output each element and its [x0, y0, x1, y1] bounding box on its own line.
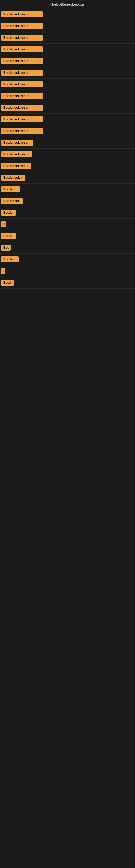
bottleneck-result-badge[interactable]: Bottleneck resu — [1, 163, 31, 169]
list-item: B — [0, 219, 135, 230]
list-item: Bottleneck — [0, 195, 135, 207]
bottleneck-result-badge[interactable]: Bottl — [1, 280, 14, 286]
list-item: Bottleneck result — [0, 55, 135, 67]
list-item: Bottleneck result — [0, 114, 135, 125]
site-title: TheBottlenecker.com — [0, 0, 135, 9]
bottleneck-result-badge[interactable]: Bottleneck resu — [1, 140, 34, 146]
list-item: Bot — [0, 242, 135, 254]
list-item: Bottleneck result — [0, 90, 135, 102]
bottleneck-result-badge[interactable]: Bottleneck result — [1, 82, 43, 87]
bottleneck-result-badge[interactable]: Bottleneck result — [1, 93, 43, 99]
bottleneck-result-badge[interactable]: Bottle — [1, 210, 16, 216]
bottleneck-result-badge[interactable]: Bot — [1, 245, 10, 251]
bottleneck-result-badge[interactable]: Bottleneck r — [1, 175, 26, 181]
list-item: Bottleneck result — [0, 125, 135, 137]
bottleneck-result-badge[interactable]: Bottleneck result — [1, 11, 43, 18]
list-item: Bottleneck resu — [0, 149, 135, 160]
bottleneck-result-badge[interactable]: Bottleneck result — [1, 35, 43, 41]
bottleneck-result-badge[interactable]: B — [1, 221, 6, 227]
list-item: Bottleneck result — [0, 32, 135, 44]
list-item: Bottleneck result — [0, 67, 135, 79]
list-item: Bottleneck r — [0, 172, 135, 184]
list-item: Bottleneck resu — [0, 137, 135, 149]
bottleneck-result-badge[interactable]: B — [1, 268, 5, 274]
bottleneck-result-badge[interactable]: Bottleneck result — [1, 46, 43, 52]
list-item: Bottleneck result — [0, 79, 135, 90]
list-item: Bottlen — [0, 184, 135, 195]
bottleneck-rows: Bottleneck resultBottleneck resultBottle… — [0, 9, 135, 289]
bottleneck-result-badge[interactable]: Bottleneck result — [1, 105, 43, 111]
list-item: Bottleneck result — [0, 9, 135, 20]
bottleneck-result-badge[interactable]: Bottlen — [1, 256, 18, 262]
list-item: Bottleneck result — [0, 20, 135, 32]
list-item: B — [0, 265, 135, 277]
list-item: Bottlen — [0, 254, 135, 265]
bottleneck-result-badge[interactable]: Bottleneck result — [1, 23, 43, 29]
list-item: Bottle — [0, 230, 135, 242]
bottleneck-result-badge[interactable]: Bottleneck — [1, 198, 23, 204]
bottleneck-result-badge[interactable]: Bottleneck result — [1, 70, 43, 76]
list-item: Bottleneck resu — [0, 160, 135, 172]
list-item: Bottl — [0, 277, 135, 289]
list-item: Bottleneck result — [0, 102, 135, 114]
bottleneck-result-badge[interactable]: Bottlen — [1, 186, 20, 192]
bottleneck-result-badge[interactable]: Bottleneck result — [1, 58, 43, 64]
bottleneck-result-badge[interactable]: Bottleneck result — [1, 116, 43, 122]
bottleneck-result-badge[interactable]: Bottleneck result — [1, 128, 43, 134]
list-item: Bottle — [0, 207, 135, 219]
bottleneck-result-badge[interactable]: Bottle — [1, 233, 16, 239]
bottleneck-result-badge[interactable]: Bottleneck resu — [1, 151, 32, 157]
list-item: Bottleneck result — [0, 44, 135, 55]
